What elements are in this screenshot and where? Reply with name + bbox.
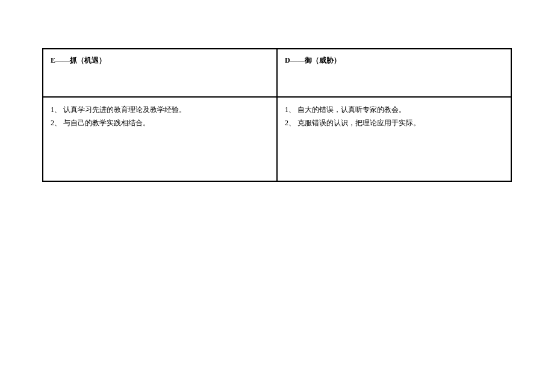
content-cell-right: 1、 自大的错误，认真听专家的教会。 2、 克服错误的认识，把理论应用于实际。 (277, 97, 511, 181)
header-cell-e: E——抓（机遇） (43, 49, 277, 97)
header-row: E——抓（机遇） D——御（威胁） (43, 49, 511, 97)
right-item-1: 1、 自大的错误，认真听专家的教会。 (285, 104, 503, 117)
left-item-1: 1、 认真学习先进的教育理论及教学经验。 (51, 104, 269, 117)
content-cell-left: 1、 认真学习先进的教育理论及教学经验。 2、 与自己的教学实践相结合。 (43, 97, 277, 181)
left-item-2: 2、 与自己的教学实践相结合。 (51, 117, 269, 130)
header-d-label: D——御（威胁） (285, 56, 341, 64)
header-cell-d: D——御（威胁） (277, 49, 511, 97)
header-e-label: E——抓（机遇） (51, 56, 106, 64)
right-item-2: 2、 克服错误的认识，把理论应用于实际。 (285, 117, 503, 130)
swot-table: E——抓（机遇） D——御（威胁） 1、 认真学习先进的教育理论及教学经验。 2… (42, 48, 512, 182)
content-row: 1、 认真学习先进的教育理论及教学经验。 2、 与自己的教学实践相结合。 1、 … (43, 97, 511, 181)
